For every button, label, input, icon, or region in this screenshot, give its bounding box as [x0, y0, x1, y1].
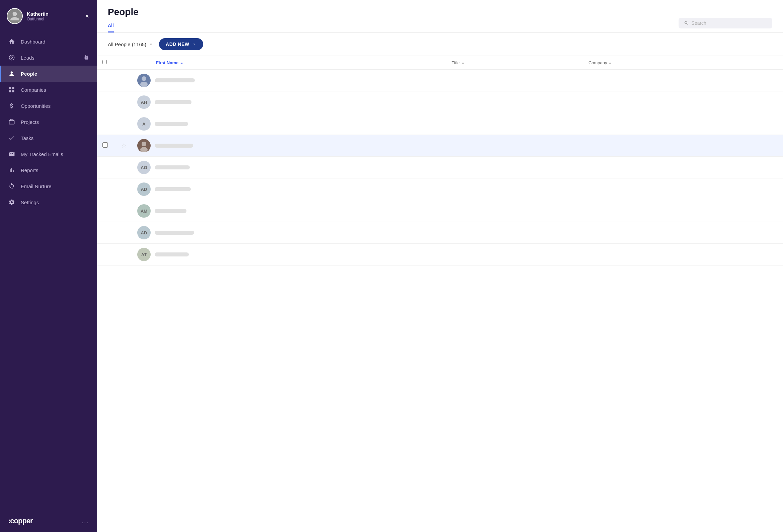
row-company-cell — [583, 222, 783, 244]
row-checkbox-cell — [97, 179, 116, 200]
row-checkbox[interactable] — [102, 142, 108, 148]
table-row: ☆ — [97, 135, 783, 157]
svg-point-3 — [140, 147, 148, 152]
table-row: AT — [97, 244, 783, 265]
first-name-label: First Name — [156, 60, 179, 65]
sidebar-user-info: Katheriin Outfunnel — [27, 11, 49, 22]
add-new-label: ADD NEW — [166, 41, 189, 47]
row-star-cell — [116, 244, 132, 265]
select-all-checkbox[interactable] — [102, 60, 107, 64]
row-checkbox-cell — [97, 222, 116, 244]
person-initials-avatar: AG — [137, 161, 151, 174]
header-left: People All — [108, 7, 138, 32]
sidebar-item-label: Tasks — [21, 135, 89, 141]
row-name-cell[interactable] — [132, 135, 446, 157]
row-checkbox-cell — [97, 157, 116, 179]
title-label: Title — [451, 60, 460, 65]
dropdown-arrow-icon — [192, 42, 196, 46]
search-box[interactable] — [679, 18, 772, 28]
name-placeholder — [155, 79, 195, 82]
name-placeholder — [155, 100, 191, 104]
row-company-cell — [583, 135, 783, 157]
sidebar-username: Katheriin — [27, 11, 49, 17]
sidebar-user: Katheriin Outfunnel — [7, 8, 49, 24]
row-name-cell[interactable]: AD — [132, 179, 446, 200]
sidebar-item-settings[interactable]: Settings — [0, 194, 97, 210]
sidebar-brand-name: Outfunnel — [27, 17, 49, 22]
row-company-cell — [583, 70, 783, 91]
table-body: AHA☆AGADAMADAT — [97, 70, 783, 265]
name-placeholder — [155, 209, 186, 213]
table-header: First Name ≡ Title ≡ Company ≡ — [97, 56, 783, 70]
row-name-cell[interactable] — [132, 70, 446, 91]
table-row: AD — [97, 222, 783, 244]
search-input[interactable] — [692, 21, 767, 26]
select-all-column — [97, 56, 116, 70]
row-star-cell — [116, 200, 132, 222]
row-star-cell: ☆ — [116, 135, 132, 157]
row-title-cell — [446, 91, 583, 113]
row-name-cell[interactable]: AT — [132, 244, 446, 265]
sidebar-item-label: Opportunities — [21, 103, 89, 109]
row-company-cell — [583, 200, 783, 222]
sidebar-item-projects[interactable]: Projects — [0, 114, 97, 130]
row-name-cell[interactable]: A — [132, 113, 446, 135]
sidebar-close-button[interactable]: × — [84, 11, 90, 22]
sidebar-header: Katheriin Outfunnel × — [0, 0, 97, 31]
row-star-cell — [116, 157, 132, 179]
lock-icon — [84, 55, 89, 61]
table-row: AM — [97, 200, 783, 222]
row-name-cell[interactable]: AM — [132, 200, 446, 222]
row-star-cell — [116, 222, 132, 244]
filter-dropdown[interactable]: All People (1165) — [108, 41, 154, 47]
name-placeholder — [155, 187, 191, 191]
sidebar-item-email-nurture[interactable]: Email Nurture — [0, 178, 97, 194]
tab-all[interactable]: All — [108, 20, 114, 32]
person-photo-avatar — [137, 139, 151, 152]
svg-point-1 — [140, 82, 148, 87]
avatar-photo-icon — [137, 74, 151, 87]
title-column[interactable]: Title ≡ — [446, 56, 583, 70]
row-checkbox-cell — [97, 113, 116, 135]
row-star-cell — [116, 91, 132, 113]
header-tabs: All — [108, 20, 138, 32]
star-button[interactable]: ☆ — [121, 142, 127, 149]
sidebar-more-button[interactable]: ... — [81, 517, 89, 525]
row-name-cell[interactable]: AG — [132, 157, 446, 179]
sidebar-item-tasks[interactable]: Tasks — [0, 130, 97, 146]
sidebar-item-people[interactable]: People — [0, 66, 97, 82]
sidebar-item-companies[interactable]: Companies — [0, 82, 97, 98]
sidebar-footer: :copper ... — [0, 511, 97, 532]
avatar-photo-icon — [137, 139, 151, 152]
home-icon — [8, 38, 15, 45]
sidebar-item-label: People — [21, 71, 89, 77]
avatar-column — [132, 56, 151, 70]
sidebar-item-leads[interactable]: Leads — [0, 50, 97, 66]
row-company-cell — [583, 244, 783, 265]
row-name-cell[interactable]: AD — [132, 222, 446, 244]
sort-icon-company: ≡ — [609, 61, 611, 65]
person-initials-avatar: AH — [137, 95, 151, 109]
avatar — [7, 8, 23, 24]
row-title-cell — [446, 113, 583, 135]
row-name-cell[interactable]: AH — [132, 91, 446, 113]
search-icon — [684, 21, 689, 26]
bar-chart-icon — [8, 166, 15, 174]
company-column[interactable]: Company ≡ — [583, 56, 783, 70]
sidebar-item-label: Leads — [21, 55, 78, 61]
row-star-cell — [116, 113, 132, 135]
add-new-button[interactable]: ADD NEW — [159, 38, 203, 50]
table-row — [97, 70, 783, 91]
first-name-column[interactable]: First Name ≡ — [151, 56, 446, 70]
sidebar-item-opportunities[interactable]: Opportunities — [0, 98, 97, 114]
sidebar-item-dashboard[interactable]: Dashboard — [0, 33, 97, 50]
sidebar-nav: Dashboard Leads People Companies — [0, 31, 97, 511]
sidebar-item-tracked-emails[interactable]: My Tracked Emails — [0, 146, 97, 162]
name-placeholder — [155, 252, 189, 256]
name-placeholder — [155, 122, 188, 126]
row-title-cell — [446, 200, 583, 222]
row-company-cell — [583, 157, 783, 179]
sort-icon-first-name: ≡ — [181, 61, 183, 65]
sidebar-item-label: My Tracked Emails — [21, 151, 89, 157]
sidebar-item-reports[interactable]: Reports — [0, 162, 97, 178]
